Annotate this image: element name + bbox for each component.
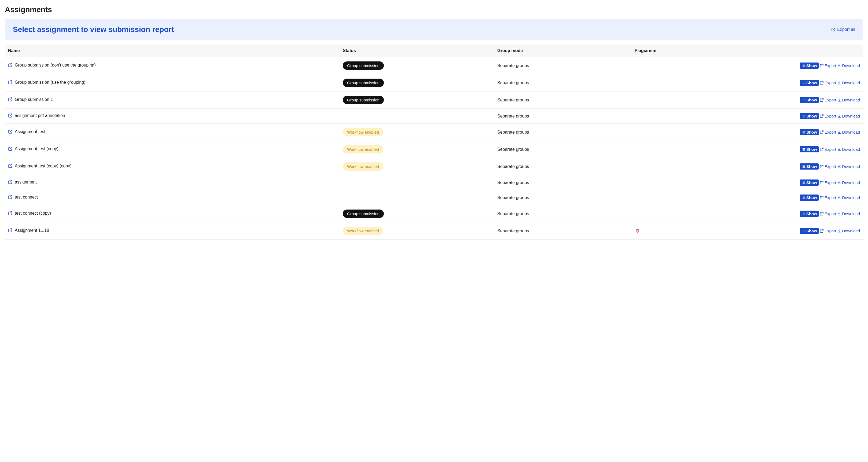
assignment-name: Assignment test (copy) <box>15 147 59 151</box>
assignment-link[interactable]: assignment <box>8 180 37 185</box>
show-button[interactable]: Show <box>800 228 819 234</box>
export-icon <box>820 195 824 199</box>
list-icon <box>802 114 805 118</box>
assignment-name: test connect <box>15 195 38 199</box>
show-label: Show <box>806 195 817 200</box>
export-label: Export <box>825 147 836 152</box>
page-title: Assignments <box>5 5 863 14</box>
show-button[interactable]: Show <box>800 97 819 103</box>
download-button[interactable]: Download <box>837 180 860 185</box>
show-button[interactable]: Show <box>800 80 819 86</box>
list-icon <box>802 98 805 102</box>
download-label: Download <box>842 180 860 185</box>
download-button[interactable]: Download <box>837 164 860 169</box>
download-button[interactable]: Download <box>837 211 860 216</box>
show-button[interactable]: Show <box>800 163 819 170</box>
download-button[interactable]: Download <box>837 195 860 200</box>
export-button[interactable]: Export <box>820 63 836 68</box>
download-icon <box>837 64 841 68</box>
list-icon <box>802 64 805 68</box>
export-label: Export <box>825 130 836 134</box>
show-button[interactable]: Show <box>800 146 819 152</box>
export-button[interactable]: Export <box>820 195 836 200</box>
assignment-link[interactable]: Group submission (use the grouping) <box>8 80 85 85</box>
status-badge-workflow-enabled: Workflow enabled <box>343 145 383 153</box>
assignment-link[interactable]: Assignment 11.18 <box>8 228 49 233</box>
export-button[interactable]: Export <box>820 98 836 102</box>
export-icon <box>820 181 824 185</box>
download-button[interactable]: Download <box>837 130 860 134</box>
assignment-link[interactable]: Group submission 1 <box>8 97 53 102</box>
list-icon <box>802 212 805 216</box>
download-label: Download <box>842 228 860 233</box>
group-mode-cell: Separate groups <box>494 109 631 124</box>
download-button[interactable]: Download <box>837 81 860 85</box>
export-label: Export <box>825 63 836 68</box>
show-button[interactable]: Show <box>800 180 819 186</box>
download-icon <box>837 147 841 151</box>
show-label: Show <box>806 164 817 169</box>
export-button[interactable]: Export <box>820 114 836 118</box>
status-badge-workflow-enabled: Workflow enabled <box>343 227 383 235</box>
assignment-name: Assignment 11.18 <box>15 228 49 233</box>
download-label: Download <box>842 114 860 118</box>
show-label: Show <box>806 114 817 118</box>
external-link-icon <box>8 63 12 67</box>
external-link-icon <box>8 180 12 184</box>
download-button[interactable]: Download <box>837 147 860 152</box>
assignments-table: Name Status Group mode Plagiarism Group … <box>5 44 863 240</box>
export-icon <box>831 27 836 32</box>
export-button[interactable]: Export <box>820 81 836 85</box>
download-button[interactable]: Download <box>837 98 860 102</box>
download-label: Download <box>842 147 860 152</box>
export-button[interactable]: Export <box>820 164 836 169</box>
show-button[interactable]: Show <box>800 129 819 135</box>
show-label: Show <box>806 63 817 68</box>
download-label: Download <box>842 211 860 216</box>
show-label: Show <box>806 81 817 85</box>
group-mode-cell: Separate groups <box>494 91 631 109</box>
plagiarism-icon <box>634 228 640 234</box>
external-link-icon <box>8 147 12 151</box>
export-icon <box>820 164 824 168</box>
download-icon <box>837 98 841 102</box>
show-label: Show <box>806 228 817 233</box>
show-label: Show <box>806 98 817 102</box>
export-button[interactable]: Export <box>820 228 836 233</box>
assignment-link[interactable]: Group submission (don't use the grouping… <box>8 63 96 68</box>
assignment-link[interactable]: test connect (copy) <box>8 211 51 216</box>
show-button[interactable]: Show <box>800 63 819 69</box>
export-label: Export <box>825 195 836 200</box>
download-button[interactable]: Download <box>837 63 860 68</box>
download-button[interactable]: Download <box>837 228 860 233</box>
column-header-status[interactable]: Status <box>340 44 494 57</box>
assignment-link[interactable]: assignment pdf annotation <box>8 113 65 118</box>
table-row: Assignment 11.18Workflow enabledSeparate… <box>5 222 863 240</box>
assignment-link[interactable]: test connect <box>8 195 38 199</box>
download-button[interactable]: Download <box>837 114 860 118</box>
table-row: assignmentSeparate groupsShowExportDownl… <box>5 175 863 190</box>
assignment-link[interactable]: Assignment test (copy) (copy) <box>8 164 72 168</box>
table-row: Assignment testWorkflow enabledSeparate … <box>5 124 863 141</box>
show-button[interactable]: Show <box>800 113 819 119</box>
download-label: Download <box>842 81 860 85</box>
column-header-name[interactable]: Name <box>5 44 340 57</box>
export-icon <box>820 81 824 85</box>
export-all-button[interactable]: Export all <box>831 27 855 32</box>
show-button[interactable]: Show <box>800 194 819 201</box>
download-label: Download <box>842 63 860 68</box>
column-header-group-mode[interactable]: Group mode <box>494 44 631 57</box>
table-row: test connectSeparate groupsShowExportDow… <box>5 190 863 205</box>
show-button[interactable]: Show <box>800 211 819 217</box>
status-badge-workflow-enabled: Workflow enabled <box>343 162 383 171</box>
export-button[interactable]: Export <box>820 180 836 185</box>
download-icon <box>837 229 841 233</box>
export-button[interactable]: Export <box>820 211 836 216</box>
export-button[interactable]: Export <box>820 130 836 134</box>
export-button[interactable]: Export <box>820 147 836 152</box>
export-all-label: Export all <box>837 27 855 32</box>
assignment-link[interactable]: Assignment test (copy) <box>8 147 59 151</box>
column-header-plagiarism[interactable]: Plagiarism <box>631 44 726 57</box>
assignment-link[interactable]: Assignment test <box>8 129 45 134</box>
external-link-icon <box>8 97 12 102</box>
